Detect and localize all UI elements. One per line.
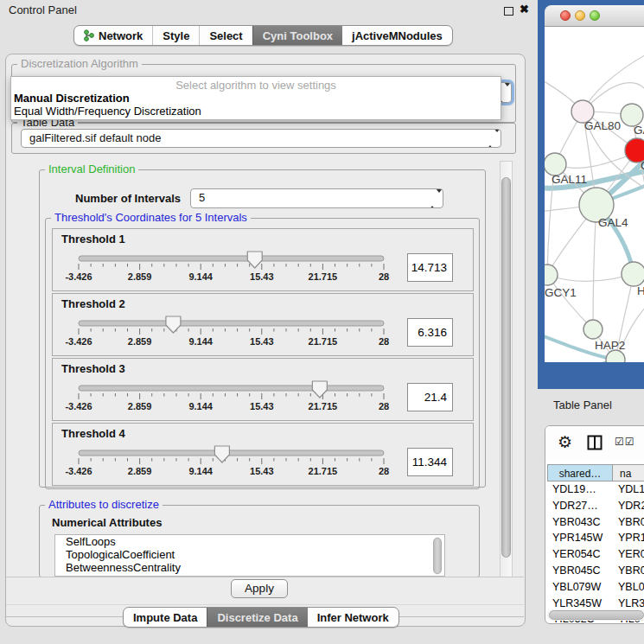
network-node-h[interactable] [622,262,644,286]
cell-shared-name: YBR045C [552,563,601,579]
select-columns-checkboxes-icon[interactable]: ☑☑ [615,436,635,448]
table-row[interactable]: YDR27…YDR2 [547,498,644,514]
threshold-4-label: Threshold 4 [61,427,125,440]
svg-text:28: 28 [379,271,389,282]
number-of-intervals-label: Number of Intervals [75,192,181,205]
network-canvas[interactable]: GAL80GACGAL11GAL4GCY1HHAP2 [545,27,644,362]
tab-label: Cyni Toolbox [263,29,333,42]
tab-label: jActiveMNodules [352,29,443,42]
apply-button[interactable]: Apply [231,579,288,598]
table-column-header-na[interactable]: na [613,464,644,481]
divider [6,604,524,605]
table-row[interactable]: YPR145WYPR1 [547,530,644,546]
tab-impute-data[interactable]: Impute Data [124,608,207,627]
attribute-item-topologicalcoefficient[interactable]: TopologicalCoefficient [55,548,444,561]
table-row[interactable]: YBR045CYBR0 [547,563,644,579]
table-panel-title: Table Panel [553,399,612,411]
threshold-1-value-field[interactable]: 14.713 [407,253,453,282]
svg-text:-3.426: -3.426 [65,271,92,282]
algorithm-option-equal-width-frequency-discretization[interactable]: Equal Width/Frequency Discretization [11,105,501,118]
svg-text:21.715: 21.715 [309,336,338,347]
number-of-intervals-combo[interactable]: 5 [190,188,443,208]
cell-name: YER0 [618,546,644,563]
network-window-titlebar[interactable] [545,5,644,27]
svg-text:9.144: 9.144 [188,336,213,347]
window-close-icon[interactable] [560,10,571,21]
list-scrollbar[interactable] [433,537,442,575]
gear-icon[interactable]: ⚙ [558,432,572,453]
list-scrollbar-thumb[interactable] [433,538,442,574]
threshold-3-value-field[interactable]: 21.4 [407,383,453,411]
tab-label: Network [99,29,143,42]
attribute-item-selfloops[interactable]: SelfLoops [55,535,444,548]
numerical-attributes-list[interactable]: SelfLoopsTopologicalCoefficientBetweenne… [54,534,445,577]
table-data-combo[interactable]: galFiltered.sif default node [21,129,501,148]
svg-text:2.859: 2.859 [128,336,152,347]
network-node-gcy1[interactable] [545,265,558,285]
threshold-coordinates-group-title: Threshold's Coordinates for 5 Intervals [51,211,251,224]
tab-infer-network[interactable]: Infer Network [308,608,399,627]
threshold-2-label: Threshold 2 [61,297,125,310]
combo-stepper-icon[interactable] [487,132,494,144]
table-hscrollbar-thumb[interactable] [549,610,644,620]
tab-network[interactable]: Network [74,26,152,45]
attributes-group-title: Attributes to discretize [45,498,163,511]
threshold-4-value-field[interactable]: 11.344 [407,448,453,476]
cell-shared-name: YPR145W [552,530,603,546]
float-panel-icon[interactable] [504,7,513,16]
close-icon[interactable]: ✖ [520,3,529,16]
table-row[interactable]: YBR043CYBR0 [547,514,644,531]
table-row[interactable]: YER054CYER0 [547,546,644,563]
svg-text:9.144: 9.144 [188,466,213,476]
svg-text:15.43: 15.43 [250,271,274,282]
threshold-2-box: Threshold 2-3.4262.8599.14415.4321.71528… [52,293,474,356]
cell-shared-name: YBL079W [552,579,601,596]
network-node-label: C [641,159,644,172]
svg-text:15.43: 15.43 [250,466,274,476]
network-edge[interactable] [593,205,596,329]
window-minimize-icon[interactable] [575,10,585,21]
tab-label: Infer Network [317,611,389,624]
threshold-1-label: Threshold 1 [61,233,125,245]
tab-cyni-toolbox[interactable]: Cyni Toolbox [252,26,342,45]
table-column-header-shared[interactable]: shared… [547,464,613,481]
window-zoom-icon[interactable] [590,10,600,21]
network-node-label: GA [634,124,644,137]
network-node-label: HAP2 [595,339,625,352]
attribute-item-betweennesscentrality[interactable]: BetweennessCentrality [55,561,444,574]
table-row[interactable]: YBL079WYBL0 [547,579,644,596]
cell-name: YDL1 [618,481,644,498]
svg-text:-3.426: -3.426 [65,466,92,476]
tab-style[interactable]: Style [152,26,199,45]
algorithm-popup-hint[interactable]: Select algorithm to view settings [11,77,501,92]
tab-discretize-data[interactable]: Discretize Data [207,608,307,627]
svg-text:2.859: 2.859 [128,466,152,476]
panel-scrollbar[interactable] [500,161,513,577]
threshold-4-box: Threshold 4-3.4262.8599.14415.4321.71528… [52,423,474,486]
network-node-label: GAL4 [598,216,628,229]
svg-text:9.144: 9.144 [188,401,213,411]
threshold-2-slider-handle[interactable] [166,316,181,333]
threshold-3-slider-handle[interactable] [312,381,327,398]
tab-select[interactable]: Select [199,26,252,45]
algorithm-option-manual-discretization[interactable]: Manual Discretization [11,92,501,105]
column-layout-icon[interactable] [587,435,603,454]
network-node-hap2[interactable] [583,320,603,339]
control-panel-tabbar: NetworkStyleSelectCyni ToolboxjActiveMNo… [73,25,453,46]
number-of-intervals-value: 5 [199,191,205,204]
cell-name: YPR1 [618,530,644,546]
table-row[interactable]: YDL19…YDL1 [547,481,644,498]
control-panel-titlebar: Control Panel ✖ [0,0,536,21]
threshold-4-slider-handle[interactable] [214,446,229,462]
cell-name: YBL0 [618,579,644,596]
combo-stepper-icon[interactable] [429,193,437,205]
network-edge-thick[interactable] [545,360,615,362]
svg-text:2.859: 2.859 [128,401,152,411]
tab-jactivemnodules[interactable]: jActiveMNodules [342,26,452,45]
numerical-attributes-label: Numerical Attributes [52,516,162,529]
cell-name: YDR2 [618,498,644,514]
panel-scrollbar-thumb[interactable] [501,177,511,558]
table-horizontal-scrollbar[interactable] [547,609,644,621]
threshold-2-value-field[interactable]: 6.316 [407,318,453,347]
network-graph[interactable]: GAL80GACGAL11GAL4GCY1HHAP2 [545,27,644,362]
